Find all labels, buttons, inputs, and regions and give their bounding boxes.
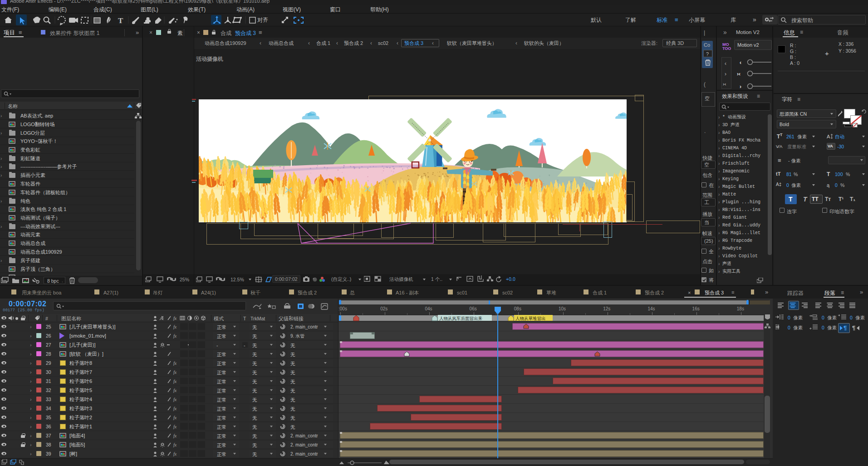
svg-text:fx: fx [173,334,177,338]
svg-text:fx: fx [173,324,177,329]
svg-text:fx: fx [173,442,177,447]
svg-text:A: A [827,134,830,139]
svg-text:fx: fx [173,388,177,393]
svg-text:fx: fx [173,451,177,456]
svg-text:fx: fx [173,316,177,321]
svg-text:fx: fx [173,397,177,402]
svg-text:fx: fx [173,370,177,375]
svg-text:fx: fx [173,424,177,429]
svg-text:fx: fx [173,361,177,366]
svg-text:fx: fx [173,406,177,411]
svg-text:T: T [118,16,123,25]
svg-text:fx: fx [173,415,177,420]
svg-text:fx: fx [173,379,177,384]
svg-text:fx: fx [173,433,177,438]
